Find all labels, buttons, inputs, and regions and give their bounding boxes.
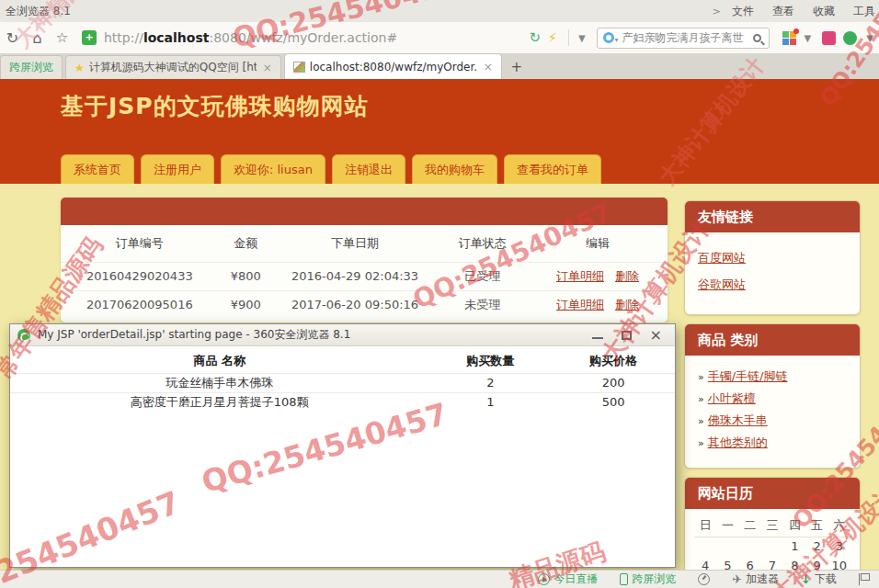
calendar-empty-cell	[716, 537, 738, 556]
order-cell: ¥900	[219, 290, 273, 319]
calendar-weekday: 四	[783, 514, 805, 537]
rocket-icon: ✈	[732, 572, 742, 586]
browser-tab-3[interactable]: localhost:8080/wwfz/myOrder.actic×	[284, 53, 502, 79]
sidebar: 友情链接 百度网站谷歌网站 商品 类别 »手镯/手链/脚链»小叶紫檀»佛珠木手串…	[684, 200, 861, 588]
refresh-icon[interactable]: ↻	[0, 29, 25, 47]
category-item: »佛珠木手串	[698, 413, 847, 429]
order-edit-cell: 订单明细删除	[528, 262, 668, 290]
extension-green-icon[interactable]	[843, 31, 857, 45]
popup-window-controls: ×	[592, 331, 662, 340]
detail-cell: 玩金丝楠手串木佛珠	[10, 373, 428, 392]
address-bar[interactable]: http://localhost:8080/wwfz/myOrder.actio…	[104, 30, 397, 45]
minimize-icon[interactable]	[592, 332, 603, 339]
nav-tab-5[interactable]: 我的购物车	[412, 154, 497, 184]
search-input[interactable]: 产妇亲吻完满月孩子离世	[622, 30, 753, 46]
tab-close-icon[interactable]: ×	[263, 62, 272, 74]
divider	[568, 29, 569, 46]
order-edit-cell: 订单明细删除	[528, 290, 668, 319]
detail-cell: 高密度干磨正月星月菩提子108颗	[10, 392, 428, 412]
tab-label: 计算机源码大神调试的QQ空间 [http:.	[89, 60, 257, 75]
calendar-day[interactable]: 1	[783, 537, 805, 556]
apps-chevron-icon[interactable]: ▼	[805, 33, 812, 43]
detail-col-header: 商品 名称	[10, 349, 428, 373]
category-link[interactable]: 其他类别的	[708, 435, 768, 449]
order-cell: 20160429020433	[61, 262, 219, 290]
browser-bottom-bar: 今日直播跨屏浏览✈加速器↓下载	[0, 570, 879, 588]
search-box[interactable]: ▾ 产妇亲吻完满月孩子离世	[597, 28, 770, 49]
arrow-bullet-icon: »	[698, 393, 704, 405]
search-engine-chevron-icon[interactable]: ▾	[615, 36, 619, 44]
browser-tab-2[interactable]: ★计算机源码大神调试的QQ空间 [http:.×	[65, 55, 281, 79]
calendar-day[interactable]: 2	[805, 537, 828, 556]
detail-col-header: 购买数量	[428, 349, 552, 373]
browser-tab-1[interactable]: 跨屏浏览	[0, 55, 63, 79]
search-icon[interactable]	[753, 34, 761, 42]
order-detail-popup-window: My JSP 'orderDetail.jsp' starting page -…	[9, 323, 676, 568]
order-delete-link[interactable]: 删除	[615, 269, 639, 283]
reader-refresh-icon[interactable]: ↻	[529, 29, 541, 46]
flag-icon	[859, 573, 868, 585]
category-link[interactable]: 佛珠木手串	[708, 413, 768, 427]
tabs: 跨屏浏览★计算机源码大神调试的QQ空间 [http:.×localhost:80…	[0, 53, 505, 79]
calendar-weekday: 六	[828, 514, 850, 537]
calendar-weekday: 五	[805, 514, 828, 537]
taskbar-item-phone[interactable]: 跨屏浏览	[620, 571, 676, 587]
category-link[interactable]: 手镯/手链/脚链	[708, 369, 788, 383]
arrow-bullet-icon: »	[698, 415, 704, 427]
order-cell: 已受理	[437, 262, 528, 290]
bookmark-star-icon[interactable]: ☆	[50, 29, 74, 46]
orders-col-header: 订单编号	[61, 225, 219, 262]
nav-tab-1[interactable]: 系统首页	[61, 154, 134, 184]
category-link[interactable]: 小叶紫檀	[708, 391, 756, 405]
apps-grid-icon[interactable]	[782, 31, 796, 45]
extension-pink-icon[interactable]	[822, 31, 836, 45]
calendar-title: 网站日历	[685, 478, 860, 509]
close-icon[interactable]: ×	[650, 331, 662, 340]
order-delete-link[interactable]: 删除	[615, 298, 639, 311]
calendar-day[interactable]: 3	[828, 537, 850, 556]
url-dropdown-chevron-icon[interactable]: ▼	[578, 33, 586, 43]
menu-item-工具[interactable]: 工具	[853, 4, 875, 19]
categories-title: 商品 类别	[685, 324, 860, 356]
friend-link[interactable]: 百度网站	[698, 250, 847, 266]
arrow-bullet-icon: »	[698, 371, 704, 383]
order-detail-link[interactable]: 订单明细	[556, 298, 604, 311]
phone-icon	[620, 573, 628, 585]
menu-item-文件[interactable]: 文件	[732, 4, 754, 19]
taskbar-item-play-circle[interactable]: 今日直播	[538, 571, 598, 587]
new-tab-button[interactable]: +	[505, 59, 529, 75]
home-icon[interactable]: ⌂	[25, 29, 50, 47]
taskbar-item-label: 加速器	[746, 571, 779, 587]
friend-link[interactable]: 谷歌网站	[698, 277, 847, 293]
detail-cell: 1	[428, 392, 552, 412]
popup-titlebar[interactable]: My JSP 'orderDetail.jsp' starting page -…	[10, 324, 675, 346]
nav-tab-3[interactable]: 欢迎你: liusan	[221, 154, 325, 184]
toolbar-right-cluster: ↻ ⚡ ▼ ▾ 产妇亲吻完满月孩子离世 ▼ ▼	[529, 28, 879, 49]
nav-tab-4[interactable]: 注销退出	[332, 154, 405, 184]
maximize-icon[interactable]	[622, 331, 632, 340]
calendar-week-row: 123	[694, 537, 850, 556]
order-detail-link[interactable]: 订单明细	[556, 269, 604, 283]
taskbar-item-down[interactable]: ↓下载	[801, 571, 837, 587]
taskbar-item-rocket[interactable]: ✈加速器	[732, 571, 779, 587]
tab-close-icon[interactable]: ×	[484, 61, 493, 74]
site-safety-shield-icon[interactable]: +	[82, 30, 97, 45]
nav-tab-6[interactable]: 查看我的订单	[504, 154, 601, 184]
menu-item-查看[interactable]: 查看	[772, 4, 794, 19]
play-circle-icon	[538, 573, 550, 585]
category-item: »其他类别的	[698, 435, 847, 451]
category-item: »手镯/手链/脚链	[698, 368, 847, 385]
taskbar-item-flag[interactable]	[859, 573, 868, 585]
orders-col-header: 编辑	[528, 225, 668, 262]
menu-collapse-chevron-icon[interactable]: >	[713, 6, 721, 17]
nav-tab-2[interactable]: 注册用户	[141, 154, 214, 184]
extensions-chevron-icon[interactable]: ▼	[866, 33, 873, 43]
table-row: 20170620095016¥9002017-06-20 09:50:16未受理…	[61, 290, 668, 319]
taskbar-item-label: 跨屏浏览	[632, 571, 676, 587]
taskbar-item-dial[interactable]	[698, 573, 710, 585]
order-cell: 未受理	[437, 290, 528, 319]
menu-item-收藏[interactable]: 收藏	[813, 4, 835, 19]
friend-links-title: 友情链接	[685, 201, 860, 232]
search-engine-logo-icon[interactable]	[603, 32, 614, 43]
speed-bolt-icon[interactable]: ⚡	[548, 30, 557, 45]
